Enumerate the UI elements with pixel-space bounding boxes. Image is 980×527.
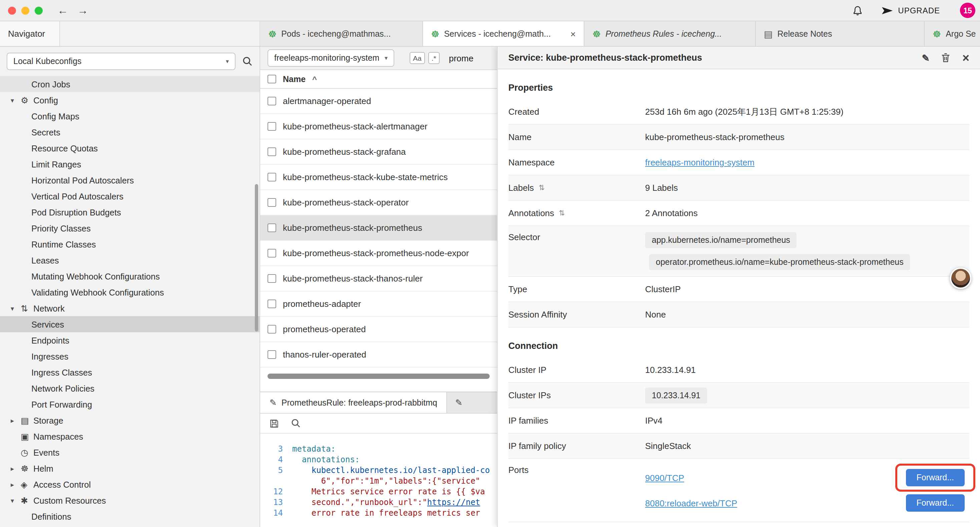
select-all-checkbox[interactable] xyxy=(267,75,276,83)
sidebar-item-port-forwarding[interactable]: Port Forwarding xyxy=(0,396,259,412)
kubeconfig-select[interactable]: Local Kubeconfigs ▾ xyxy=(7,53,235,70)
sidebar-item-vertical-pod-autoscalers[interactable]: Vertical Pod Autoscalers xyxy=(0,188,259,204)
zoom-window-button[interactable] xyxy=(35,6,43,14)
sidebar-item-leases[interactable]: Leases xyxy=(0,252,259,268)
chevron-down-icon[interactable]: ▾ xyxy=(11,96,21,104)
sidebar-item-mutating-webhook-configurations[interactable]: Mutating Webhook Configurations xyxy=(0,268,259,284)
detail-label: Selector xyxy=(508,232,540,242)
namespace-link[interactable]: freeleaps-monitoring-system xyxy=(645,158,754,167)
row-checkbox[interactable] xyxy=(267,147,276,156)
sidebar-item-limit-ranges[interactable]: Limit Ranges xyxy=(0,156,259,172)
detail-row-cluster-ip: Cluster IP10.233.14.91 xyxy=(508,358,969,383)
code-text: Metrics service error rate is {{ $va xyxy=(292,486,485,497)
sidebar-item-ingresses[interactable]: Ingresses xyxy=(0,348,259,364)
expand-toggle-icon[interactable]: ⇅ xyxy=(539,183,545,192)
sidebar-item-priority-classes[interactable]: Priority Classes xyxy=(0,220,259,236)
user-avatar[interactable] xyxy=(950,267,971,289)
sidebar-item-horizontal-pod-autoscalers[interactable]: Horizontal Pod Autoscalers xyxy=(0,172,259,188)
port-link[interactable]: 8080:reloader-web/TCP xyxy=(645,498,737,508)
row-checkbox[interactable] xyxy=(267,350,276,359)
horizontal-scrollbar[interactable] xyxy=(267,374,490,379)
sidebar-item-secrets[interactable]: Secrets xyxy=(0,124,259,140)
sidebar-item-validating-webhook-configurations[interactable]: Validating Webhook Configurations xyxy=(0,284,259,300)
value-badge: app.kubernetes.io/name=prometheus xyxy=(645,232,797,248)
tab-label: Services - icecheng@math... xyxy=(444,29,563,38)
column-header-name[interactable]: Name xyxy=(283,74,305,84)
chevron-right-icon[interactable]: ▸ xyxy=(11,465,21,472)
port-forward-button[interactable]: Forward... xyxy=(905,494,965,512)
tab-argo-se[interactable]: ☸Argo Se xyxy=(924,21,980,46)
row-checkbox[interactable] xyxy=(267,223,276,232)
edit-pencil-icon[interactable]: ✎ xyxy=(922,53,930,63)
dock-tab-prometheusrule[interactable]: ✎ PrometheusRule: freeleaps-prod-rabbitm… xyxy=(260,392,447,413)
sidebar-item-storage[interactable]: ▸▤Storage xyxy=(0,412,259,428)
tab-services-icecheng-math[interactable]: ☸Services - icecheng@math...× xyxy=(423,21,584,46)
tab-navigator[interactable]: Navigator xyxy=(0,21,60,46)
close-icon[interactable]: × xyxy=(963,52,969,64)
sidebar-item-cron-jobs[interactable]: Cron Jobs xyxy=(0,76,259,92)
sidebar-item-endpoints[interactable]: Endpoints xyxy=(0,332,259,348)
sidebar-item-services[interactable]: Services xyxy=(0,316,259,332)
close-window-button[interactable] xyxy=(8,6,16,14)
detail-label: Cluster IP xyxy=(508,365,546,375)
drawer-actions: ✎ × xyxy=(922,52,970,64)
sidebar-item-runtime-classes[interactable]: Runtime Classes xyxy=(0,236,259,252)
detail-row-cluster-ips: Cluster IPs10.233.14.91 xyxy=(508,383,969,408)
sidebar-item-definitions[interactable]: Definitions xyxy=(0,508,259,524)
sidebar-item-custom-resources[interactable]: ▾✱Custom Resources xyxy=(0,492,259,508)
sidebar-item-label: Storage xyxy=(33,415,64,425)
dock-tab-next-partial[interactable]: ✎ xyxy=(449,392,469,413)
kubeconfig-select-value: Local Kubeconfigs xyxy=(13,57,81,66)
sidebar-item-namespaces[interactable]: ▣Namespaces xyxy=(0,428,259,444)
sidebar-item-network[interactable]: ▾⇅Network xyxy=(0,300,259,316)
editor-search-icon[interactable] xyxy=(291,418,301,428)
forward-button[interactable]: → xyxy=(77,4,88,16)
regex-toggle[interactable]: .* xyxy=(428,52,440,64)
detail-row-name: Namekube-prometheus-stack-prometheus xyxy=(508,125,969,150)
sidebar-item-events[interactable]: ◷Events xyxy=(0,444,259,460)
sidebar-item-ingress-classes[interactable]: Ingress Classes xyxy=(0,364,259,380)
tab-prometheus-rules-icecheng[interactable]: ☸Prometheus Rules - icecheng... xyxy=(584,21,756,46)
back-button[interactable]: ← xyxy=(57,4,68,16)
row-checkbox[interactable] xyxy=(267,325,276,334)
row-checkbox[interactable] xyxy=(267,122,276,131)
sidebar-item-access-control[interactable]: ▸◈Access Control xyxy=(0,476,259,492)
match-case-toggle[interactable]: Aa xyxy=(410,52,425,64)
sidebar-search-icon[interactable] xyxy=(242,56,253,67)
sort-ascending-icon[interactable]: ^ xyxy=(312,74,317,84)
port-forward-button[interactable]: Forward... xyxy=(905,469,965,486)
search-input[interactable]: prome xyxy=(449,53,474,63)
minimize-window-button[interactable] xyxy=(21,6,29,14)
sidebar-item-config-maps[interactable]: Config Maps xyxy=(0,108,259,124)
namespace-select[interactable]: freeleaps-monitoring-system ▾ xyxy=(267,49,394,67)
tab-close-icon[interactable]: × xyxy=(570,29,576,39)
sidebar-item-network-policies[interactable]: Network Policies xyxy=(0,380,259,396)
expand-toggle-icon[interactable]: ⇅ xyxy=(559,209,565,218)
sidebar-scrollbar[interactable] xyxy=(255,184,258,331)
line-number: 13 xyxy=(260,497,283,508)
tab-release-notes[interactable]: ▤Release Notes xyxy=(756,21,924,46)
chevron-right-icon[interactable]: ▸ xyxy=(11,481,21,488)
notification-count-badge[interactable]: 15 xyxy=(960,3,975,18)
sidebar-item-resource-quotas[interactable]: Resource Quotas xyxy=(0,140,259,156)
row-checkbox[interactable] xyxy=(267,299,276,308)
notifications-bell-icon[interactable] xyxy=(853,5,862,16)
navigator-sidebar: Local Kubeconfigs ▾ Cron Jobs▾⚙ConfigCon… xyxy=(0,47,260,527)
dock-tab-label: PrometheusRule: freeleaps-prod-rabbitmq xyxy=(282,398,437,407)
save-icon[interactable] xyxy=(269,419,279,428)
row-checkbox[interactable] xyxy=(267,198,276,207)
sidebar-item-config[interactable]: ▾⚙Config xyxy=(0,92,259,108)
chevron-down-icon[interactable]: ▾ xyxy=(11,497,21,504)
row-checkbox[interactable] xyxy=(267,97,276,105)
sidebar-item-pod-disruption-budgets[interactable]: Pod Disruption Budgets xyxy=(0,204,259,220)
port-link[interactable]: 9090/TCP xyxy=(645,473,684,482)
sidebar-item-helm[interactable]: ▸☸Helm xyxy=(0,460,259,476)
row-checkbox[interactable] xyxy=(267,173,276,182)
tab-pods-icecheng-mathmas[interactable]: ☸Pods - icecheng@mathmas... xyxy=(260,21,423,46)
row-checkbox[interactable] xyxy=(267,249,276,258)
row-checkbox[interactable] xyxy=(267,274,276,283)
upgrade-button[interactable]: UPGRADE xyxy=(881,6,940,15)
chevron-down-icon[interactable]: ▾ xyxy=(11,304,21,312)
chevron-right-icon[interactable]: ▸ xyxy=(11,417,21,424)
delete-trash-icon[interactable] xyxy=(942,53,950,63)
